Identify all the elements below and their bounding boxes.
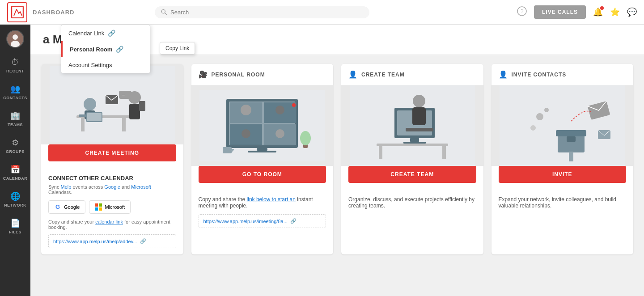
create-team-card: 👤 CREATE TEAM xyxy=(341,64,483,254)
create-team-header: 👤 CREATE TEAM xyxy=(341,64,483,85)
create-team-header-icon: 👤 xyxy=(348,70,358,79)
sidebar-item-groups[interactable]: ⚙ GROUPS xyxy=(0,133,30,158)
calendar-link-box[interactable]: https://www.app.melp.us/melp/addev... 🔗 xyxy=(48,234,176,248)
svg-point-37 xyxy=(275,129,284,138)
dropdown-account-settings[interactable]: Account Settings xyxy=(61,57,150,73)
sidebar-item-network[interactable]: 🌐 NETWORK xyxy=(0,187,30,212)
personal-room-header-label: PERSONAL ROOM xyxy=(212,72,265,78)
microsoft-link[interactable]: Microsoft xyxy=(131,184,151,190)
teams-icon: 🏢 xyxy=(10,111,20,121)
svg-rect-58 xyxy=(567,136,576,142)
dropdown-calendar-link[interactable]: Calendar Link 🔗 xyxy=(61,25,150,41)
notification-dot xyxy=(600,6,604,10)
invite-button[interactable]: INVITE xyxy=(499,166,627,183)
connect-calendar-desc: Sync Melp events across Google and Micro… xyxy=(48,184,176,195)
live-calls-button[interactable]: LIVE CALLS xyxy=(534,5,586,19)
invite-contacts-desc: Expand your network, invite colleagues, … xyxy=(499,196,627,209)
calendar-link-icon: 🔗 xyxy=(108,30,115,37)
svg-rect-42 xyxy=(248,151,276,152)
copy-calendar-icon: 🔗 xyxy=(140,238,146,244)
personal-room-svg xyxy=(199,90,325,161)
create-team-desc: Organize, discuss, and execute projects … xyxy=(348,196,476,209)
room-link-box[interactable]: https://www.app.melp.us/imeeting/8a... 🔗 xyxy=(199,214,326,228)
connect-calendar-title: CONNECT OTHER CALENDAR xyxy=(48,175,176,182)
main-layout: ⏱ RECENT 👥 CONTACTS 🏢 TEAMS ⚙ GROUPS 📅 C… xyxy=(0,25,644,296)
dropdown-personal-room[interactable]: Personal Room 🔗 xyxy=(61,41,150,57)
search-icon xyxy=(161,9,167,15)
svg-rect-46 xyxy=(379,146,382,159)
go-to-room-button[interactable]: GO TO ROOM xyxy=(199,166,326,183)
svg-rect-0 xyxy=(12,6,23,18)
svg-rect-51 xyxy=(403,142,426,144)
invite-contacts-card: 👤 INVITE CONTACTS xyxy=(491,64,634,254)
create-meeting-button[interactable]: CREATE MEETING xyxy=(48,144,176,161)
help-icon: ? xyxy=(517,6,527,16)
sidebar-avatar[interactable] xyxy=(6,30,24,48)
create-team-button[interactable]: CREATE TEAM xyxy=(348,166,476,183)
favorites-button[interactable]: ⭐ xyxy=(610,7,620,17)
google-link[interactable]: Google xyxy=(104,184,120,190)
sidebar-item-calendar[interactable]: 📅 CALENDAR xyxy=(0,160,30,185)
google-icon: G xyxy=(54,203,61,211)
recent-icon: ⏱ xyxy=(11,58,19,67)
groups-icon: ⚙ xyxy=(12,138,19,148)
svg-rect-11 xyxy=(122,118,126,131)
melp-link[interactable]: Melp xyxy=(61,184,72,190)
svg-rect-16 xyxy=(87,113,102,121)
microsoft-calendar-button[interactable]: Microsoft xyxy=(89,200,131,214)
svg-point-62 xyxy=(530,125,536,131)
messages-button[interactable]: 💬 xyxy=(627,7,637,17)
sidebar-item-teams[interactable]: 🏢 TEAMS xyxy=(0,106,30,131)
svg-rect-45 xyxy=(377,144,448,146)
dropdown-personal-room-label: Personal Room xyxy=(70,46,112,53)
sidebar-item-files[interactable]: 📄 FILES xyxy=(0,214,30,239)
calendar-link-anchor[interactable]: calendar link xyxy=(95,219,123,224)
help-icon-btn[interactable]: ? xyxy=(517,6,527,18)
google-label: Google xyxy=(64,204,80,210)
logo[interactable] xyxy=(7,2,27,22)
svg-rect-55 xyxy=(500,85,625,166)
room-url: https://www.app.melp.us/imeeting/8a... xyxy=(203,219,288,224)
avatar-icon xyxy=(7,31,23,47)
sidebar-item-recent[interactable]: ⏱ RECENT xyxy=(0,53,30,78)
google-calendar-button[interactable]: G Google xyxy=(48,200,85,214)
create-meeting-illustration: ··· xyxy=(41,64,183,144)
svg-point-35 xyxy=(275,106,284,114)
room-link-anchor[interactable]: link below to start an xyxy=(247,196,296,203)
svg-rect-47 xyxy=(442,146,446,159)
sidebar-item-contacts[interactable]: 👥 CONTACTS xyxy=(0,80,30,105)
svg-point-63 xyxy=(544,108,549,112)
room-desc: Copy and share the link below to start a… xyxy=(199,196,326,209)
network-icon: 🌐 xyxy=(10,191,20,201)
dropdown-account-settings-label: Account Settings xyxy=(68,62,112,68)
svg-text:···: ··· xyxy=(122,93,125,97)
svg-point-12 xyxy=(84,98,96,110)
search-input[interactable] xyxy=(170,9,363,16)
svg-rect-25 xyxy=(95,207,98,211)
invite-svg xyxy=(500,85,625,166)
svg-point-61 xyxy=(536,113,543,120)
notifications-button[interactable]: 🔔 xyxy=(593,7,603,17)
svg-point-1 xyxy=(161,10,165,13)
svg-rect-50 xyxy=(410,138,419,142)
svg-rect-54 xyxy=(406,128,433,131)
calendar-icon: 📅 xyxy=(10,165,20,174)
meeting-illustration: ··· xyxy=(50,66,175,142)
personal-room-card: 🎥 PERSONAL ROOM xyxy=(191,64,334,254)
create-team-illustration xyxy=(341,85,483,166)
copy-room-icon: 🔗 xyxy=(290,218,297,224)
share-calendar-desc: Copy and share your calendar link for ea… xyxy=(48,219,176,230)
topbar-right: ? LIVE CALLS 🔔 ⭐ 💬 xyxy=(517,5,637,19)
search-bar[interactable] xyxy=(155,6,369,18)
svg-point-40 xyxy=(300,131,311,145)
main-content: Calendar Link 🔗 Personal Room 🔗 Account … xyxy=(30,25,644,296)
calendar-buttons: G Google Microsoft xyxy=(48,200,176,214)
create-meeting-card: ··· CREATE MEETING CONNECT OTHER CALENDA… xyxy=(41,64,183,254)
svg-point-52 xyxy=(413,95,425,107)
svg-rect-41 xyxy=(257,148,267,151)
create-team-header-label: CREATE TEAM xyxy=(361,72,405,78)
microsoft-icon xyxy=(95,203,102,211)
svg-rect-23 xyxy=(95,203,98,207)
invite-contacts-body: Expand your network, invite colleagues, … xyxy=(491,190,634,254)
invite-contacts-header: 👤 INVITE CONTACTS xyxy=(491,64,634,85)
